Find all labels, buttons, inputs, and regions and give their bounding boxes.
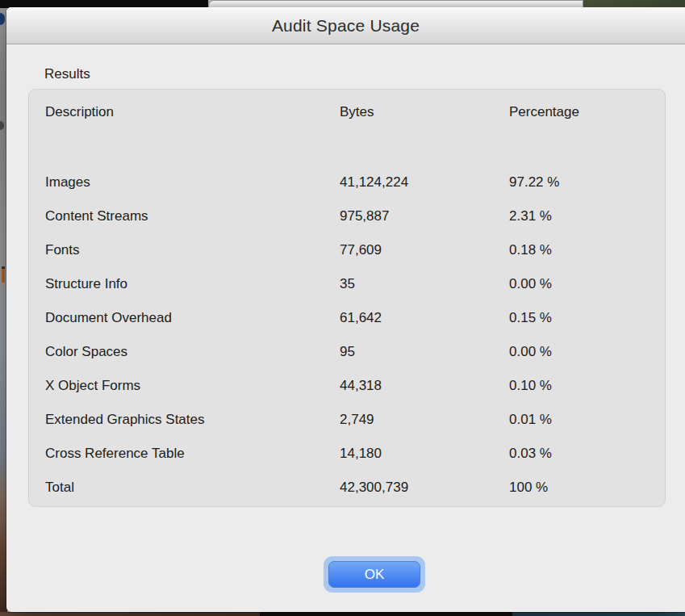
background-photo-fragment: [512, 612, 685, 616]
column-header-description: Description: [45, 104, 340, 120]
ok-button-focus-ring: OK: [324, 556, 425, 593]
row-description: Cross Reference Table: [45, 446, 340, 462]
row-description: Document Overhead: [45, 310, 340, 326]
row-percentage: 0.01 %: [509, 412, 665, 428]
row-description: Content Streams: [45, 208, 340, 224]
background-glyph-fragment: [2, 266, 5, 283]
row-percentage: 0.18 %: [509, 242, 665, 258]
background-photo-fragment: [260, 612, 512, 616]
row-bytes: 41,124,224: [340, 174, 509, 191]
ok-button[interactable]: OK: [328, 561, 420, 588]
row-bytes: 14,180: [340, 446, 509, 462]
table-row: Content Streams 975,887 2.31 %: [45, 199, 665, 233]
row-description: Extended Graphics States: [45, 412, 340, 428]
row-bytes: 77,609: [340, 242, 509, 258]
row-bytes: 61,642: [340, 310, 509, 326]
column-header-bytes: Bytes: [340, 104, 509, 120]
results-rows: Images 41,124,224 97.22 % Content Stream…: [45, 166, 665, 505]
table-row: Structure Info 35 0.00 %: [45, 267, 665, 301]
table-row: Document Overhead 61,642 0.15 %: [45, 301, 665, 335]
row-bytes: 35: [340, 276, 509, 292]
row-percentage: 97.22 %: [509, 174, 665, 191]
row-percentage: 0.03 %: [509, 446, 665, 462]
background-photo-strip: [0, 612, 685, 616]
table-row: Extended Graphics States 2,749 0.01 %: [45, 403, 665, 437]
row-percentage: 100 %: [509, 480, 665, 496]
table-row: Cross Reference Table 14,180 0.03 %: [45, 437, 665, 471]
audit-space-usage-dialog: Audit Space Usage Results Description By…: [6, 7, 685, 612]
row-percentage: 2.31 %: [509, 208, 665, 224]
row-description: X Object Forms: [45, 378, 340, 394]
background-glyph-fragment: [0, 121, 4, 130]
row-percentage: 0.10 %: [509, 378, 665, 394]
background-glyph-fragment: [0, 13, 5, 25]
row-bytes: 975,887: [340, 208, 509, 224]
table-row: Fonts 77,609 0.18 %: [45, 233, 665, 267]
row-description: Color Spaces: [45, 344, 340, 360]
table-row: X Object Forms 44,318 0.10 %: [45, 369, 665, 403]
results-section-label: Results: [44, 66, 90, 82]
row-percentage: 0.00 %: [509, 276, 665, 292]
row-description: Total: [45, 480, 340, 496]
dialog-titlebar[interactable]: Audit Space Usage: [6, 7, 685, 44]
row-bytes: 44,318: [340, 378, 509, 394]
table-row: Color Spaces 95 0.00 %: [45, 335, 665, 369]
row-bytes: 42,300,739: [340, 480, 509, 496]
row-description: Images: [45, 174, 340, 191]
table-header-row: Description Bytes Percentage: [45, 101, 665, 124]
table-row: Images 41,124,224 97.22 %: [45, 166, 665, 199]
results-table: Description Bytes Percentage Images 41,1…: [28, 89, 666, 507]
column-header-percentage: Percentage: [509, 104, 665, 120]
row-percentage: 0.00 %: [509, 344, 665, 360]
row-bytes: 2,749: [340, 412, 509, 428]
row-bytes: 95: [340, 344, 509, 360]
row-description: Structure Info: [45, 276, 340, 292]
table-row: Total 42,300,739 100 %: [45, 471, 665, 505]
row-percentage: 0.15 %: [509, 310, 665, 326]
row-description: Fonts: [45, 242, 340, 258]
background-photo-fragment: [0, 612, 260, 616]
dialog-title: Audit Space Usage: [272, 16, 420, 36]
